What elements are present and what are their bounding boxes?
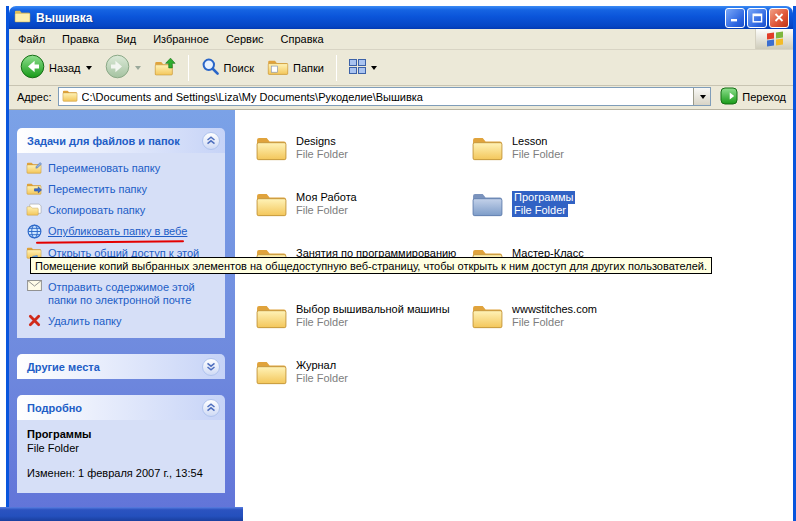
file-type: File Folder (296, 372, 348, 385)
file-name: Моя Работа (296, 191, 357, 204)
task-rename-folder[interactable]: Переименовать папку (26, 162, 219, 175)
address-dropdown-button[interactable] (693, 88, 710, 105)
go-arrow-icon (720, 87, 738, 107)
folder-icon (255, 359, 288, 385)
folder-icon (255, 135, 288, 161)
pane-body-details: Программы File Folder Изменен: 1 февраля… (17, 420, 225, 493)
search-label: Поиск (224, 61, 254, 74)
chevron-up-icon[interactable] (202, 399, 220, 417)
menu-edit[interactable]: Правка (62, 33, 99, 45)
details-item-type: File Folder (27, 442, 217, 454)
task-move-folder[interactable]: Переместить папку (26, 183, 219, 196)
file-name: Lesson (512, 135, 564, 148)
chevron-down-icon (700, 95, 706, 99)
task-delete-folder[interactable]: Удалить папку (26, 315, 219, 328)
forward-arrow-icon (105, 54, 130, 81)
toolbar-separator (336, 55, 337, 81)
back-label: Назад (49, 61, 81, 74)
address-folder-icon (62, 89, 78, 104)
pane-title: Другие места (27, 361, 100, 373)
pane-details: Подробно Программы File Folder Изменен: … (17, 395, 225, 493)
file-tile-zhurnal[interactable]: ЖурналFile Folder (255, 356, 471, 388)
task-label: Переименовать папку (48, 162, 210, 175)
folder-icon-selected (471, 191, 504, 217)
window-folder-icon (14, 9, 31, 27)
search-button[interactable]: Поиск (196, 54, 259, 81)
window-title: Вышивка (36, 11, 720, 25)
window-body: Задачи для файлов и папок Переименовать … (9, 110, 793, 521)
menu-file[interactable]: Файл (18, 33, 45, 45)
chevron-down-icon[interactable] (202, 358, 220, 376)
title-bar[interactable]: Вышивка (9, 6, 793, 29)
file-type: File Folder (296, 148, 348, 161)
file-tile-designs[interactable]: DesignsFile Folder (255, 132, 471, 164)
back-arrow-icon (20, 54, 45, 81)
pane-header-file-tasks[interactable]: Задачи для файлов и папок (17, 128, 225, 153)
address-path: C:\Documents and Settings\Liza\My Docume… (82, 91, 690, 103)
close-button[interactable] (769, 8, 789, 28)
file-tile-vybor-mashiny[interactable]: Выбор вышивальной машиныFile Folder (255, 300, 471, 332)
forward-button[interactable] (100, 51, 146, 84)
file-name: Журнал (296, 359, 348, 372)
task-publish-folder-web[interactable]: Опубликовать папку в вебе (26, 225, 219, 239)
task-email-folder[interactable]: Отправить содержимое этой папки по элект… (26, 281, 219, 307)
file-tile-moya-rabota[interactable]: Моя РаботаFile Folder (255, 188, 471, 220)
pane-title: Подробно (27, 402, 82, 414)
pane-other-places: Другие места (17, 354, 225, 379)
back-dropdown-icon[interactable] (86, 66, 92, 70)
desktop: Вышивка Файл Правка Вид Избранное Сервис… (0, 0, 796, 521)
file-name: Программы (512, 191, 575, 204)
windows-flag-icon (767, 32, 783, 46)
menu-help[interactable]: Справка (281, 33, 324, 45)
up-button[interactable] (149, 54, 181, 82)
task-label: Удалить папку (48, 315, 210, 328)
file-name: wwwstitches.com (512, 303, 597, 316)
address-label: Адрес: (17, 91, 52, 103)
file-type: File Folder (512, 316, 597, 329)
file-tile-wwwstitches[interactable]: wwwstitches.comFile Folder (471, 300, 687, 332)
task-label: Опубликовать папку в вебе (48, 225, 210, 238)
file-tile-programmy-selected[interactable]: ПрограммыFile Folder (471, 188, 687, 220)
pane-title: Задачи для файлов и папок (27, 135, 180, 147)
menu-bar: Файл Правка Вид Избранное Сервис Справка (9, 29, 793, 50)
file-type: File Folder (296, 316, 450, 329)
menu-tools[interactable]: Сервис (226, 33, 264, 45)
pane-body-file-tasks: Переименовать папку Переместить папку (17, 153, 225, 338)
folders-label: Папки (293, 61, 324, 74)
rename-folder-icon (26, 161, 42, 174)
go-button[interactable]: Переход (717, 87, 789, 107)
file-tile-lesson[interactable]: LessonFile Folder (471, 132, 687, 164)
folder-icon (255, 191, 288, 217)
task-copy-folder[interactable]: Скопировать папку (26, 204, 219, 217)
go-label: Переход (742, 91, 786, 103)
up-folder-icon (154, 57, 176, 79)
pane-header-details[interactable]: Подробно (17, 395, 225, 420)
folders-icon (267, 58, 289, 78)
file-type: File Folder (296, 204, 357, 217)
search-icon (201, 57, 220, 78)
forward-dropdown-icon[interactable] (135, 66, 141, 70)
task-label: Отправить содержимое этой папки по элект… (48, 281, 210, 307)
views-button[interactable] (344, 56, 382, 79)
file-list-area[interactable]: DesignsFile Folder LessonFile Folder Моя… (235, 110, 793, 521)
maximize-button[interactable] (747, 8, 767, 28)
file-type: File Folder (512, 204, 568, 217)
menu-favorites[interactable]: Избранное (153, 33, 209, 45)
address-input[interactable]: C:\Documents and Settings\Liza\My Docume… (58, 87, 712, 106)
minimize-button[interactable] (725, 8, 745, 28)
window-controls (725, 8, 789, 28)
standard-toolbar: Назад Поиск (9, 50, 793, 86)
delete-x-icon (26, 314, 42, 327)
chevron-up-icon[interactable] (202, 132, 220, 150)
file-type: File Folder (512, 148, 564, 161)
email-envelope-icon (26, 280, 42, 291)
folder-icon (255, 303, 288, 329)
menu-view[interactable]: Вид (116, 33, 136, 45)
views-grid-icon (349, 59, 366, 76)
pane-header-other-places[interactable]: Другие места (17, 354, 225, 379)
back-button[interactable]: Назад (15, 51, 97, 84)
folders-button[interactable]: Папки (262, 55, 329, 81)
copy-folder-icon (26, 203, 42, 216)
taskbar-fragment (0, 507, 243, 521)
views-dropdown-icon[interactable] (371, 66, 377, 70)
